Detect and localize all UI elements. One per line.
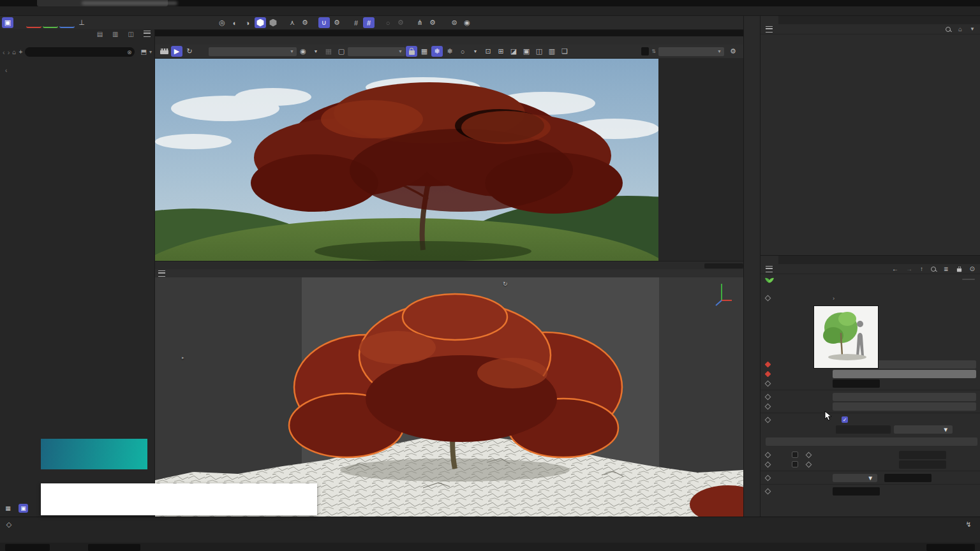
rgb-dropdown-icon[interactable]: ▼ — [310, 46, 322, 57]
focus-icon[interactable]: ⊡ — [482, 46, 494, 57]
simulate-scene-icon[interactable]: ◎ — [216, 17, 228, 28]
thumb-view-icon[interactable]: ▣ — [19, 504, 28, 513]
rv-clapper-icon[interactable] — [158, 46, 170, 57]
objects-search-icon[interactable] — [946, 27, 951, 32]
timeline-ruler[interactable] — [0, 531, 980, 541]
axis-y-button[interactable] — [43, 18, 58, 28]
breadcrumb[interactable]: ‹ — [5, 67, 154, 74]
clear-search-icon[interactable]: ⊗ — [127, 49, 132, 55]
rv-refresh-icon[interactable]: ↻ — [184, 46, 195, 57]
package-icon[interactable]: ⬒ — [141, 48, 147, 55]
axis-x-button[interactable] — [26, 18, 41, 28]
pv-icon[interactable]: ▥ — [546, 46, 558, 57]
snapshot-icon[interactable]: ❄ — [431, 46, 443, 57]
magnet-settings-icon[interactable]: ⚙ — [331, 17, 343, 28]
snapshot2-icon[interactable]: ❄ — [444, 46, 456, 57]
crop-icon[interactable]: ▢ — [336, 46, 347, 57]
custom-scale-unit-select[interactable]: ▼ — [894, 425, 953, 434]
breadcrumb-back-icon[interactable]: ‹ — [5, 67, 7, 74]
ab-compare-icon[interactable]: ▦ — [419, 46, 430, 57]
attr-search-icon[interactable] — [931, 267, 936, 272]
rgb-channel-icon[interactable]: ◉ — [297, 46, 309, 57]
axis-z-button[interactable] — [59, 18, 75, 28]
attr-filter-icon[interactable]: ≣ — [944, 266, 949, 272]
magnet-icon[interactable]: ∪ — [318, 17, 330, 28]
attr-up-icon[interactable]: ↑ — [920, 265, 923, 272]
subdivision-mode-select[interactable]: ▼ — [833, 474, 877, 482]
custom-scale-field[interactable] — [836, 425, 891, 434]
diag-icon[interactable]: ◪ — [508, 46, 519, 57]
back-icon[interactable]: ‹ — [3, 48, 5, 56]
add-icon[interactable]: + — [19, 48, 22, 55]
forward-icon[interactable]: › — [8, 48, 10, 56]
plant-row[interactable]: › — [766, 293, 980, 302]
add-image-icon[interactable]: ◫ — [533, 46, 545, 57]
tool-expand-icon[interactable]: ▸ — [182, 355, 184, 360]
popout-icon[interactable]: ◫ — [128, 31, 134, 38]
season-select[interactable] — [833, 370, 976, 378]
range-start-field-2[interactable] — [88, 544, 140, 551]
custom-button[interactable] — [962, 279, 975, 280]
rv-settings-gear-icon[interactable]: ⚙ — [727, 46, 739, 57]
attr-history-icon[interactable]: ⊙ — [970, 265, 975, 272]
zoom-stepper-icon[interactable]: ⇅ — [651, 48, 656, 54]
scene-nodes-icon[interactable]: ⊜ — [449, 17, 460, 28]
leaf-amount-field[interactable] — [833, 487, 880, 496]
grid-view-icon[interactable]: ▦ — [3, 504, 13, 513]
spline-dynamics-icon[interactable]: ⋔ — [414, 17, 426, 28]
tab-layers[interactable] — [778, 256, 796, 264]
connector-icon[interactable]: ⋏ — [286, 17, 298, 28]
render-target-select[interactable]: ▼ — [348, 47, 405, 56]
objects-panel-menu-icon[interactable] — [766, 26, 773, 33]
document-tab[interactable] — [37, 0, 168, 6]
home-icon[interactable]: ⌂ — [12, 48, 16, 55]
search-options-icon[interactable]: ▾ — [149, 49, 152, 55]
tab-objects[interactable] — [761, 16, 778, 24]
spline-dynamics-settings-icon[interactable]: ⚙ — [427, 17, 438, 28]
leaf-density-field[interactable] — [833, 379, 880, 388]
simulate-local-icon[interactable]: ◐ — [229, 17, 241, 28]
objects-filter-icon[interactable]: ▼ — [970, 26, 975, 32]
min-branch-field[interactable] — [899, 451, 946, 459]
search-input[interactable] — [25, 47, 135, 57]
rope-icon[interactable]: ○ — [382, 17, 394, 28]
layout-icon-2[interactable]: ▥ — [112, 31, 118, 38]
connector-settings-icon[interactable]: ⚙ — [299, 17, 311, 28]
attributes-panel-menu-icon[interactable] — [766, 266, 773, 272]
tab-attributes[interactable] — [761, 256, 778, 264]
circle-tool-icon[interactable]: ○ — [457, 46, 468, 57]
grid-overlay-icon[interactable]: ▦ — [323, 46, 334, 57]
attr-back-icon[interactable]: ← — [892, 265, 898, 272]
tab-takes[interactable] — [778, 16, 796, 24]
min-branch-use-checkbox[interactable] — [792, 452, 798, 458]
last-tool-icon[interactable]: ▣ — [2, 17, 13, 28]
camera-rotate-icon[interactable]: ↻ — [503, 281, 508, 287]
image-icon[interactable]: ▣ — [521, 46, 532, 57]
circle-dropdown-icon[interactable]: ▼ — [470, 46, 481, 57]
expand-icon[interactable]: ⊞ — [495, 46, 507, 57]
fcurve-icon[interactable]: ↯ — [963, 519, 974, 530]
objects-home-icon[interactable]: ⌂ — [958, 26, 962, 33]
rv-play-icon[interactable]: ▶ — [171, 46, 182, 57]
rv-zoom-field[interactable] — [641, 47, 649, 55]
cloth-icon[interactable]: # — [350, 17, 362, 28]
attr-forward-icon[interactable]: → — [906, 265, 912, 272]
simulate-cache-icon[interactable]: ◑ — [242, 17, 253, 28]
lock-icon[interactable] — [406, 46, 417, 57]
perspective-viewport[interactable]: ↻ ▸ — [155, 277, 743, 517]
rv-rt-label[interactable] — [197, 46, 208, 57]
file-icon[interactable]: ❏ — [559, 46, 570, 57]
render-mode-select[interactable] — [833, 393, 976, 401]
editor-mode-select[interactable] — [833, 402, 976, 411]
viewport-menu-icon[interactable] — [158, 270, 165, 277]
range-start-field[interactable] — [5, 544, 50, 551]
asset-icon[interactable]: ◉ — [461, 17, 473, 28]
plant-preview-image[interactable] — [813, 305, 879, 369]
attr-lock-icon[interactable] — [957, 268, 961, 272]
subdivision-field[interactable] — [884, 474, 932, 482]
zoom-mode-select[interactable]: ▼ — [658, 47, 724, 56]
collider-body-icon[interactable] — [267, 17, 279, 28]
coordinate-system-icon[interactable]: ⊥ — [76, 17, 87, 28]
range-end-field[interactable] — [926, 544, 975, 551]
max-branch-field[interactable] — [899, 460, 946, 469]
